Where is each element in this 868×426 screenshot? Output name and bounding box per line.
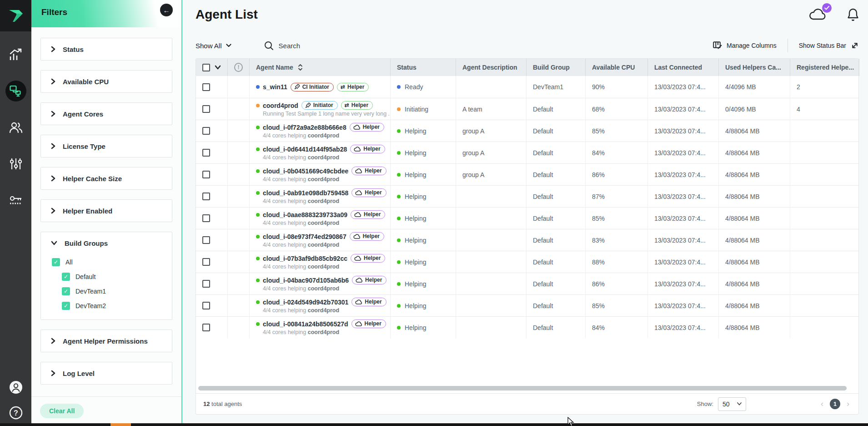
checkbox-checked-icon[interactable]: ✓ xyxy=(62,302,70,310)
column-header-agent-name[interactable]: Agent Name xyxy=(250,59,391,76)
registered-helpers-cell: 4 xyxy=(790,98,859,120)
column-header-label: Status xyxy=(397,64,416,71)
rail-item-license-key[interactable] xyxy=(5,190,26,211)
table-row[interactable]: coord4prodInitiator⇄HelperRunning Test S… xyxy=(196,98,858,120)
table-row[interactable]: cloud_i-0ab91e098db759458Helper4/4 cores… xyxy=(196,185,858,207)
search-input[interactable] xyxy=(279,42,379,50)
last-connected-cell: 13/03/2023 07:4... xyxy=(648,295,719,316)
select-all-checkbox[interactable] xyxy=(202,64,210,71)
registered-helpers-cell xyxy=(790,142,859,163)
search-box xyxy=(264,41,379,51)
agent-state-dot xyxy=(256,169,260,173)
filter-section-toggle[interactable]: Helper Cache Size xyxy=(41,167,172,189)
row-checkbox[interactable] xyxy=(202,149,210,157)
registered-helpers-cell xyxy=(790,120,859,142)
next-page-button[interactable]: › xyxy=(845,399,851,409)
page-size-select[interactable]: 50 xyxy=(718,397,746,411)
row-alert-cell xyxy=(228,76,250,98)
table-row[interactable]: cloud_i-0f72a9a2e88b666e8Helper4/4 cores… xyxy=(196,120,858,142)
row-alert-cell xyxy=(228,186,250,207)
filter-section-label: Available CPU xyxy=(63,78,109,86)
status-dot xyxy=(397,260,401,264)
row-checkbox[interactable] xyxy=(202,214,210,222)
status-cell: Helping xyxy=(391,251,456,273)
status-cell: Helping xyxy=(391,120,456,142)
description-cell: group A xyxy=(456,142,527,163)
checkbox-checked-icon[interactable]: ✓ xyxy=(62,273,70,281)
show-status-bar-button[interactable]: Show Status Bar xyxy=(799,41,859,50)
description-cell xyxy=(456,229,527,251)
current-page-badge[interactable]: 1 xyxy=(830,399,840,409)
table-row[interactable]: cloud_i-04bac907d105ab6b6Helper4/4 cores… xyxy=(196,273,858,294)
table-row[interactable]: cloud_i-0d6441d144f95ab28Helper4/4 cores… xyxy=(196,142,858,163)
row-checkbox[interactable] xyxy=(202,302,210,309)
taskbar-orange-segment xyxy=(110,423,131,426)
filter-section-toggle[interactable]: Agent Helper Permissions xyxy=(41,330,172,352)
horizontal-scrollbar[interactable] xyxy=(198,386,847,390)
app-logo[interactable] xyxy=(0,0,31,31)
table-row[interactable]: cloud_i-0aae8883239733a09Helper4/4 cores… xyxy=(196,207,858,229)
agent-state-dot xyxy=(256,191,260,195)
row-checkbox[interactable] xyxy=(202,193,210,200)
description-cell xyxy=(456,186,527,207)
rail-item-bar-chart[interactable] xyxy=(5,44,26,65)
filter-option-devteam2[interactable]: ✓DevTeam2 xyxy=(41,299,172,313)
rail-item-agents[interactable] xyxy=(5,81,26,101)
table-row[interactable]: cloud_i-00841a24b8506527dHelper4/4 cores… xyxy=(196,316,858,338)
checkbox-checked-icon[interactable]: ✓ xyxy=(62,287,70,295)
user-avatar-icon xyxy=(9,380,23,394)
filter-section-toggle[interactable]: Helper Enabled xyxy=(41,200,172,222)
filter-section-toggle[interactable]: Build Groups xyxy=(41,232,172,254)
table-row[interactable]: cloud_i-07b3af9db85cb92ccHelper4/4 cores… xyxy=(196,251,858,273)
cloud-icon xyxy=(353,234,361,239)
page-size-label: Show: xyxy=(697,401,713,407)
row-select-cell xyxy=(196,98,228,120)
filter-option-all[interactable]: ✓All xyxy=(41,255,172,269)
agent-name-cell: cloud_i-0d6441d144f95ab28Helper4/4 cores… xyxy=(250,142,391,163)
table-row[interactable]: s_win11CI Initiator⇄HelperReadyDevTeam19… xyxy=(196,76,858,98)
collapse-filters-button[interactable]: ← xyxy=(160,4,173,16)
mouse-cursor xyxy=(567,417,575,426)
swap-icon: ⇄ xyxy=(345,102,349,108)
used-helpers-cell: 4/88064 MB xyxy=(719,208,790,229)
filter-section-toggle[interactable]: Available CPU xyxy=(41,71,172,92)
row-checkbox[interactable] xyxy=(202,324,210,331)
filter-section-toggle[interactable]: Log Level xyxy=(41,362,172,384)
filter-option-devteam1[interactable]: ✓DevTeam1 xyxy=(41,284,172,299)
filter-option-default[interactable]: ✓Default xyxy=(41,269,172,284)
filter-section-toggle[interactable]: Agent Cores xyxy=(41,103,172,125)
row-checkbox[interactable] xyxy=(202,236,210,244)
status-label: Helping xyxy=(405,259,426,266)
sort-icon xyxy=(298,64,303,71)
available-cpu-cell: 68% xyxy=(586,98,648,120)
clear-all-button[interactable]: Clear All xyxy=(40,404,84,418)
row-checkbox[interactable] xyxy=(202,258,210,266)
filter-section-toggle[interactable]: License Type xyxy=(41,135,172,157)
row-checkbox[interactable] xyxy=(202,171,210,178)
row-alert-cell xyxy=(228,164,250,185)
table-row[interactable]: cloud_i-08e973f74ed290867Helper4/4 cores… xyxy=(196,229,858,251)
filter-section-toggle[interactable]: Status xyxy=(41,38,172,60)
status-dot xyxy=(397,326,401,330)
manage-columns-button[interactable]: Manage Columns xyxy=(713,41,777,50)
cloud-status-button[interactable] xyxy=(808,7,828,22)
table-row[interactable]: cloud_i-024d549d942b70301Helper4/4 cores… xyxy=(196,294,858,316)
rail-item-users[interactable] xyxy=(5,117,26,138)
row-checkbox[interactable] xyxy=(202,280,210,288)
table-row[interactable]: cloud_i-0b0451669c49cbdeeHelper4/4 cores… xyxy=(196,163,858,185)
checkbox-checked-icon[interactable]: ✓ xyxy=(52,258,60,266)
show-all-dropdown[interactable]: Show All xyxy=(196,42,231,50)
rail-item-user-avatar[interactable] xyxy=(9,380,23,394)
row-checkbox[interactable] xyxy=(202,127,210,135)
agent-state-dot xyxy=(256,213,260,217)
notifications-button[interactable] xyxy=(847,8,859,21)
previous-page-button[interactable]: ‹ xyxy=(819,399,825,409)
status-cell: Helping xyxy=(391,295,456,316)
rail-item-sliders[interactable] xyxy=(5,153,26,174)
rail-item-help[interactable]: ? xyxy=(9,406,23,420)
row-checkbox[interactable] xyxy=(202,105,210,113)
row-checkbox[interactable] xyxy=(202,83,210,91)
available-cpu-cell: 84% xyxy=(586,142,648,163)
rocket-icon xyxy=(305,102,311,108)
chevron-right-icon xyxy=(51,46,55,52)
